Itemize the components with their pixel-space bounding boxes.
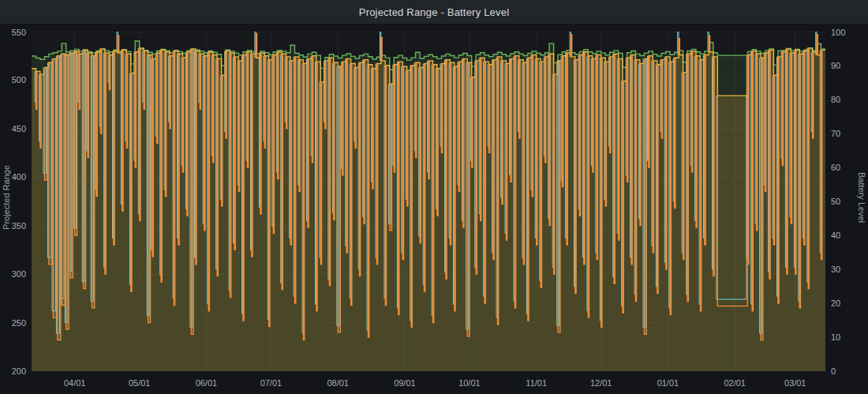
x-tick-label: 06/01 [196, 378, 218, 388]
grafana-panel: 5505004504003503002502001009080706050403… [0, 0, 868, 394]
y-tick-label: 200 [12, 366, 26, 376]
x-tick-label: 09/01 [394, 378, 416, 388]
x-tick-label: 08/01 [327, 378, 349, 388]
y-tick-label: 350 [12, 221, 26, 231]
y-tick-label: 20 [831, 298, 840, 308]
y-tick-label: 30 [831, 265, 840, 274]
y-tick-label: 80 [831, 95, 840, 104]
y-tick-label: 250 [12, 318, 26, 328]
y-tick-label: 50 [831, 197, 840, 206]
x-tick-label: 12/01 [590, 378, 612, 388]
x-tick-label: 03/01 [784, 378, 806, 388]
x-axis-ticks: 04/0105/0106/0107/0108/0109/0110/0111/01… [64, 378, 806, 388]
left-axis-ticks: 550500450400350300250200 [12, 28, 26, 377]
panel-title-bar[interactable]: Projected Range - Battery Level [0, 0, 868, 24]
y-tick-label: 100 [831, 28, 845, 37]
y-tick-label: 0 [831, 366, 836, 376]
y-tick-label: 60 [831, 163, 840, 172]
y-tick-label: 90 [831, 61, 840, 70]
panel-title: Projected Range - Battery Level [359, 6, 509, 18]
right-axis-ticks: 1009080706050403020100 [831, 28, 845, 377]
y-tick-label: 450 [12, 124, 26, 133]
left-axis-title: Projected Range [2, 24, 11, 371]
y-tick-label: 500 [12, 75, 26, 84]
right-axis-title: Battery Level [857, 24, 866, 371]
x-tick-label: 02/01 [724, 378, 746, 388]
y-tick-label: 40 [831, 231, 840, 240]
x-tick-label: 10/01 [458, 378, 481, 388]
y-tick-label: 70 [831, 129, 840, 138]
x-tick-label: 04/01 [64, 378, 86, 388]
y-tick-label: 400 [12, 172, 26, 182]
x-tick-label: 07/01 [260, 378, 282, 388]
timeseries-chart[interactable]: 5505004504003503002502001009080706050403… [0, 0, 868, 394]
y-tick-label: 10 [831, 332, 840, 342]
x-tick-label: 01/01 [657, 378, 679, 388]
x-tick-label: 11/01 [526, 378, 547, 388]
x-tick-label: 05/01 [129, 378, 151, 388]
y-tick-label: 300 [12, 269, 26, 279]
y-tick-label: 550 [12, 28, 26, 37]
